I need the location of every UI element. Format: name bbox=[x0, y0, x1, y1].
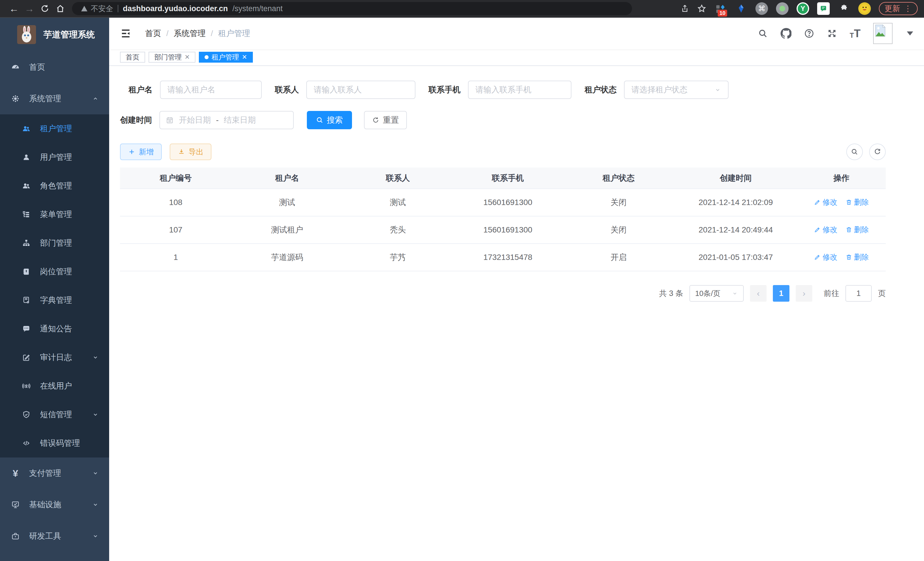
sidebar-item-菜单管理[interactable]: 菜单管理 bbox=[0, 200, 109, 229]
reset-refresh-icon bbox=[372, 116, 380, 124]
browser-forward-icon[interactable]: → bbox=[22, 1, 37, 16]
cell-actions: 修改删除 bbox=[797, 216, 886, 244]
app-logo-row[interactable]: 芋道管理系统 bbox=[0, 18, 109, 51]
page-unit-label: 页 bbox=[878, 288, 886, 299]
goto-label: 前往 bbox=[824, 288, 839, 299]
delete-link[interactable]: 删除 bbox=[845, 252, 869, 262]
cell-mobile: 17321315478 bbox=[453, 244, 563, 271]
address-bar[interactable]: 不安全 dashboard.yudao.iocoder.cn/system/te… bbox=[72, 2, 632, 15]
security-label: 不安全 bbox=[91, 4, 113, 14]
tag-首页[interactable]: 首页 bbox=[120, 52, 145, 63]
sidebar-item-基础设施[interactable]: 基础设施 bbox=[0, 489, 109, 520]
refresh-table-icon[interactable] bbox=[869, 144, 886, 160]
select-caret-icon bbox=[714, 86, 721, 93]
header-search-icon[interactable] bbox=[758, 28, 768, 39]
sidebar-menu: 首页 系统管理 租户管理 用户管理 角色管理 bbox=[0, 51, 109, 552]
breadcrumb-item[interactable]: 系统管理 bbox=[174, 28, 206, 39]
dot-extension-icon[interactable] bbox=[776, 2, 789, 15]
edit-link[interactable]: 修改 bbox=[814, 197, 837, 207]
edit-link[interactable]: 修改 bbox=[814, 252, 837, 262]
avatar-dropdown-caret-icon[interactable] bbox=[907, 32, 913, 35]
breadcrumb-item[interactable]: 首页 bbox=[145, 28, 161, 39]
chevron-down-icon bbox=[92, 501, 99, 508]
current-page-button[interactable]: 1 bbox=[773, 285, 789, 302]
toggle-search-panel-icon[interactable] bbox=[846, 144, 863, 160]
fullscreen-icon[interactable] bbox=[827, 28, 837, 39]
sidebar-item-首页[interactable]: 首页 bbox=[0, 51, 109, 83]
browser-update-button[interactable]: 更新 ⋮ bbox=[879, 2, 918, 15]
filter-row-1: 租户名 联系人 联系手机 租户状态 请选择租户状态 bbox=[120, 81, 886, 99]
profile-avatar-icon[interactable] bbox=[858, 2, 871, 15]
browser-back-icon[interactable]: ← bbox=[6, 1, 22, 16]
sidebar-item-通知公告[interactable]: 通知公告 bbox=[0, 314, 109, 343]
export-button[interactable]: 导出 bbox=[170, 144, 212, 160]
search-button[interactable]: 搜索 bbox=[307, 111, 352, 129]
tag-部门管理[interactable]: 部门管理✕ bbox=[148, 52, 195, 63]
browser-menu-kebab-icon[interactable]: ⋮ bbox=[904, 4, 912, 13]
add-button[interactable]: 新增 bbox=[120, 144, 162, 160]
sidebar-item-短信管理[interactable]: 短信管理 bbox=[0, 400, 109, 429]
sidebar-item-label: 短信管理 bbox=[40, 409, 72, 420]
sidebar-item-错误码管理[interactable]: 错误码管理 bbox=[0, 429, 109, 457]
extension-badge-count: 10 bbox=[718, 10, 727, 17]
sidebar-item-角色管理[interactable]: 角色管理 bbox=[0, 171, 109, 200]
cell-actions: 修改删除 bbox=[797, 244, 886, 271]
page-size-select[interactable]: 10条/页 bbox=[689, 285, 744, 302]
delete-link[interactable]: 删除 bbox=[845, 197, 869, 207]
goto-page-input[interactable] bbox=[845, 285, 872, 302]
sidebar-collapse-icon[interactable] bbox=[120, 28, 131, 39]
sidebar-item-用户管理[interactable]: 用户管理 bbox=[0, 143, 109, 171]
filter-row-2: 创建时间 开始日期 - 结束日期 搜索 重置 bbox=[120, 111, 886, 129]
command-extension-icon[interactable]: ⌘ bbox=[755, 2, 768, 15]
not-secure-warning-icon[interactable]: 不安全 bbox=[81, 4, 113, 14]
create-time-range-picker[interactable]: 开始日期 - 结束日期 bbox=[159, 111, 294, 129]
tag-租户管理[interactable]: 租户管理✕ bbox=[199, 52, 253, 63]
chevron-down-icon bbox=[92, 533, 99, 540]
cell-id: 107 bbox=[120, 216, 231, 244]
app-title: 芋道管理系统 bbox=[44, 29, 95, 41]
sidebar-item-在线用户[interactable]: 在线用户 bbox=[0, 372, 109, 400]
sidebar-item-系统管理[interactable]: 系统管理 bbox=[0, 83, 109, 114]
extension-badge-icon[interactable]: 10 bbox=[714, 2, 727, 15]
mobile-label: 联系手机 bbox=[429, 84, 468, 95]
contact-input[interactable] bbox=[306, 81, 416, 99]
main-header: 首页/系统管理/租户管理 TT bbox=[109, 18, 924, 49]
plus-icon bbox=[128, 148, 135, 156]
help-icon[interactable] bbox=[804, 28, 814, 39]
sidebar-item-部门管理[interactable]: 部门管理 bbox=[0, 229, 109, 257]
sidebar-item-岗位管理[interactable]: 岗位管理 bbox=[0, 257, 109, 286]
sidebar-item-支付管理[interactable]: ¥ 支付管理 bbox=[0, 457, 109, 489]
browser-reload-icon[interactable] bbox=[37, 1, 52, 16]
sidebar-item-label: 错误码管理 bbox=[40, 438, 80, 449]
share-icon[interactable] bbox=[681, 4, 689, 13]
tenant-name-input[interactable] bbox=[160, 81, 262, 99]
status-select[interactable]: 请选择租户状态 bbox=[624, 81, 729, 99]
sidebar-item-审计日志[interactable]: 审计日志 bbox=[0, 343, 109, 372]
github-icon[interactable] bbox=[781, 28, 791, 39]
edit-link[interactable]: 修改 bbox=[814, 225, 837, 235]
puzzle-extensions-icon[interactable] bbox=[838, 2, 850, 15]
reset-button[interactable]: 重置 bbox=[364, 111, 407, 129]
kite-extension-icon[interactable] bbox=[735, 2, 747, 15]
table-row: 107测试租户秃头15601691300关闭2021-12-14 20:49:4… bbox=[120, 216, 886, 244]
delete-link[interactable]: 删除 bbox=[845, 225, 869, 235]
font-size-icon[interactable]: TT bbox=[850, 28, 861, 39]
prev-page-button[interactable]: ‹ bbox=[750, 285, 766, 302]
column-header: 创建时间 bbox=[674, 168, 797, 189]
tenant-name-label: 租户名 bbox=[129, 84, 160, 95]
sidebar-item-租户管理[interactable]: 租户管理 bbox=[0, 114, 109, 143]
y-extension-icon[interactable]: Y bbox=[796, 2, 809, 15]
sidebar-item-字典管理[interactable]: 字典管理 bbox=[0, 286, 109, 314]
sidebar-item-研发工具[interactable]: 研发工具 bbox=[0, 520, 109, 552]
cell-status: 关闭 bbox=[563, 216, 674, 244]
cell-status: 开启 bbox=[563, 244, 674, 271]
next-page-button[interactable]: › bbox=[796, 285, 812, 302]
tag-close-icon[interactable]: ✕ bbox=[242, 53, 247, 61]
chat-extension-icon[interactable] bbox=[817, 2, 830, 15]
tag-close-icon[interactable]: ✕ bbox=[184, 53, 190, 61]
breadcrumb: 首页/系统管理/租户管理 bbox=[145, 28, 250, 39]
user-avatar[interactable] bbox=[873, 23, 892, 44]
mobile-input[interactable] bbox=[468, 81, 572, 99]
browser-home-icon[interactable] bbox=[52, 1, 68, 16]
bookmark-star-icon[interactable] bbox=[697, 4, 706, 13]
